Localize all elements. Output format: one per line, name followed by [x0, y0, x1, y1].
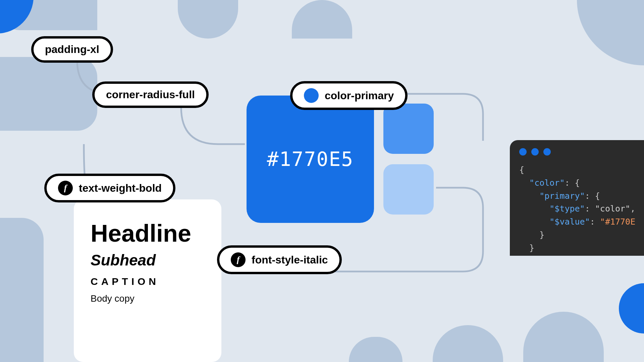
bg-decoration	[178, 0, 238, 39]
window-dot-icon	[519, 148, 527, 156]
color-swatch-variant-2	[383, 164, 434, 215]
type-sample-subhead: Subhead	[91, 251, 205, 269]
token-pill-font-style-italic: f font-style-italic	[217, 245, 342, 274]
token-pill-corner-radius-full: corner-radius-full	[92, 81, 209, 108]
token-pill-text-weight-bold: f text-weight-bold	[44, 174, 175, 202]
token-label: text-weight-bold	[79, 182, 162, 194]
code-editor-card: { "color": { "primary": { "$type": "colo…	[510, 140, 644, 256]
type-sample-body: Body copy	[91, 293, 205, 304]
token-label: corner-radius-full	[106, 88, 195, 101]
bg-decoration-accent	[619, 283, 644, 334]
color-dot-icon	[304, 88, 319, 103]
token-label: font-style-italic	[252, 254, 328, 266]
color-hex-value: #1770E5	[267, 148, 354, 171]
window-dot-icon	[543, 148, 551, 156]
typography-card: Headline Subhead CAPTION Body copy	[74, 199, 221, 362]
window-controls	[519, 148, 644, 156]
token-label: padding-xl	[45, 43, 99, 56]
token-label: color-primary	[325, 89, 394, 102]
color-swatch-card: #1770E5	[247, 96, 374, 223]
type-sample-caption: CAPTION	[91, 276, 205, 287]
window-dot-icon	[531, 148, 539, 156]
font-icon: f	[231, 252, 246, 267]
color-swatch-variant-1	[383, 104, 434, 154]
color-swatch-primary: #1770E5	[247, 96, 374, 223]
token-pill-color-primary: color-primary	[290, 81, 408, 110]
bg-decoration	[0, 57, 97, 131]
bg-decoration	[523, 312, 604, 362]
bg-decoration	[0, 218, 44, 362]
token-pill-padding-xl: padding-xl	[31, 36, 113, 63]
code-content: { "color": { "primary": { "$type": "colo…	[519, 164, 644, 256]
bg-decoration	[349, 337, 402, 362]
bg-decoration	[292, 0, 352, 39]
type-sample-headline: Headline	[91, 220, 205, 247]
font-icon: f	[58, 181, 73, 195]
bg-decoration	[577, 0, 644, 65]
bg-decoration	[433, 325, 503, 362]
